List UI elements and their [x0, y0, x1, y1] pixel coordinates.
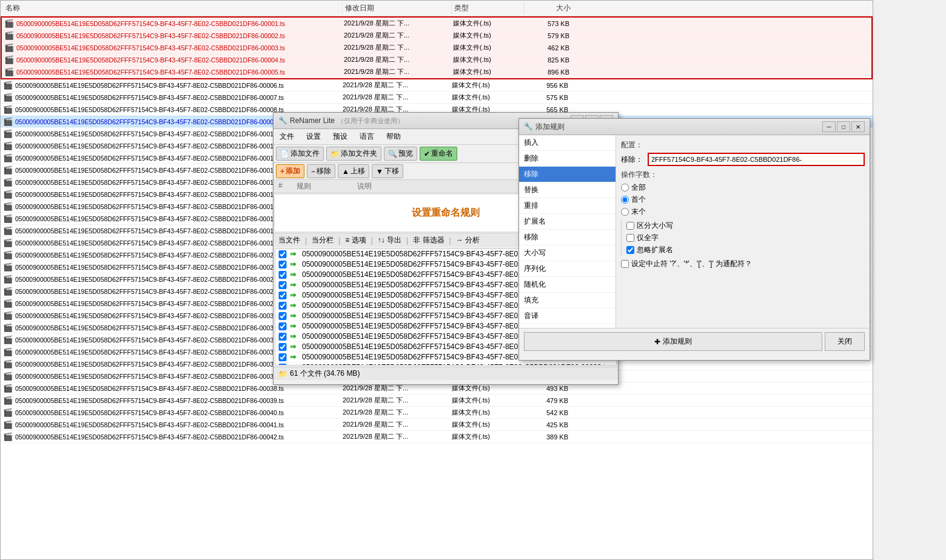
file-name-text: 05000900005BE514E19E5D058D62FFF57154C9-B…: [16, 68, 285, 76]
file-name-text: 05000900005BE514E19E5D058D62FFF57154C9-B…: [15, 179, 284, 186]
menu-file[interactable]: 文件: [276, 130, 298, 143]
table-row[interactable]: 🎬05000900005BE514E19E5D058D62FFF57154C9-…: [1, 431, 873, 443]
menu-language[interactable]: 语言: [356, 130, 378, 143]
list-item[interactable]: ⇒05000900005BE514E19E5D058D62FFF57154C9-…: [275, 362, 616, 365]
move-down-button[interactable]: ▼ 下移: [372, 164, 403, 178]
menu-help[interactable]: 帮助: [383, 130, 404, 143]
file-icon: 🎬: [3, 190, 13, 199]
col-size: 大小: [525, 2, 573, 15]
add-folder-button[interactable]: 📁 添加文件夹: [326, 147, 381, 161]
arrow-icon: ⇒: [290, 270, 300, 279]
tab-options[interactable]: ≡ 选项: [343, 235, 368, 246]
table-row[interactable]: 🎬05000900005BE514E19E5D058D62FFF57154C9-…: [2, 18, 871, 30]
file-checkbox[interactable]: [278, 281, 287, 289]
file-icon: 🎬: [3, 202, 13, 212]
checkbox-case[interactable]: [626, 222, 634, 230]
move-up-button[interactable]: ▲ 上移: [338, 164, 369, 178]
add-rule-btn-label: 添加规则: [663, 336, 692, 347]
file-name-cell: 🎬05000900005BE514E19E5D058D62FFF57154C9-…: [2, 43, 341, 53]
rule-list-item[interactable]: 移除: [519, 230, 616, 245]
file-checkbox[interactable]: [278, 292, 287, 299]
file-icon: 🎬: [3, 153, 13, 163]
remove-rule-button[interactable]: − 移除: [307, 164, 335, 178]
rule-list-item[interactable]: 插入: [519, 135, 616, 151]
file-type-cell: 媒体文件(.ts): [451, 67, 523, 76]
rule-list-item[interactable]: 移除: [519, 167, 616, 182]
file-checkbox[interactable]: [278, 322, 287, 330]
tab-filter[interactable]: 非 筛选器: [411, 235, 446, 246]
add-files-button[interactable]: 📄 添加文件: [276, 147, 324, 161]
table-row[interactable]: 🎬05000900005BE514E19E5D058D62FFF57154C9-…: [2, 30, 871, 42]
file-checkbox[interactable]: [278, 271, 287, 279]
preview-label: 预览: [398, 148, 413, 159]
checkbox-whole[interactable]: [626, 234, 634, 242]
tab-current-file[interactable]: 当文件: [276, 235, 303, 246]
table-row[interactable]: 🎬05000900005BE514E19E5D058D62FFF57154C9-…: [2, 54, 871, 66]
add-rules-close-button[interactable]: ✕: [851, 121, 865, 132]
table-row[interactable]: 🎬05000900005BE514E19E5D058D62FFF57154C9-…: [2, 42, 871, 54]
rule-list-item[interactable]: 替换: [519, 182, 616, 198]
rule-list-item[interactable]: 大小写: [519, 245, 616, 261]
rule-list-item[interactable]: 扩展名: [519, 214, 616, 230]
add-rules-minimize-button[interactable]: ─: [822, 121, 836, 132]
table-row[interactable]: 🎬05000900005BE514E19E5D058D62FFF57154C9-…: [1, 92, 873, 104]
remove-input[interactable]: [648, 153, 865, 166]
radio-last-input[interactable]: [621, 208, 629, 216]
file-name-text: 05000900005BE514E19E5D058D62FFF57154C9-B…: [15, 385, 284, 392]
table-row[interactable]: 🎬05000900005BE514E19E5D058D62FFF57154C9-…: [1, 79, 873, 92]
tab-analyze[interactable]: → 分析: [454, 235, 482, 246]
file-checkbox[interactable]: [278, 302, 287, 310]
file-checkbox[interactable]: [278, 261, 287, 268]
add-rules-footer: ✚ 添加规则 关闭: [519, 328, 870, 355]
rule-list-item[interactable]: 音译: [519, 308, 616, 324]
menu-presets[interactable]: 预设: [329, 130, 351, 143]
file-type-cell: 媒体文件(.ts): [451, 19, 523, 28]
rule-list-item[interactable]: 填充: [519, 293, 616, 308]
add-rules-icon: 🔧: [524, 122, 533, 131]
file-checkbox[interactable]: [278, 343, 287, 351]
close-dialog-button[interactable]: 关闭: [825, 332, 865, 351]
file-checkbox[interactable]: [278, 250, 287, 258]
rule-list-item[interactable]: 删除: [519, 151, 616, 167]
table-row[interactable]: 🎬05000900005BE514E19E5D058D62FFF57154C9-…: [1, 419, 873, 431]
file-type-cell: 媒体文件(.ts): [449, 408, 522, 417]
file-name-text: 05000900005BE514E19E5D058D62FFF57154C9-B…: [15, 82, 284, 89]
add-rule-toolbar-button[interactable]: + 添加: [276, 164, 304, 178]
radio-last: 末个: [621, 207, 865, 217]
file-size-cell: 493 KB: [522, 385, 571, 392]
menu-settings[interactable]: 设置: [303, 130, 324, 143]
red-border-group: 🎬05000900005BE514E19E5D058D62FFF57154C9-…: [1, 16, 873, 79]
rename-button[interactable]: ✔ 重命名: [420, 147, 457, 161]
file-name-cell: 🎬05000900005BE514E19E5D058D62FFF57154C9-…: [2, 55, 341, 65]
rule-list-item[interactable]: 重排: [519, 198, 616, 214]
radio-all-label: 全部: [631, 182, 646, 193]
file-icon: 🎬: [4, 67, 14, 77]
rule-list-item[interactable]: 随机化: [519, 277, 616, 293]
checkbox-ext[interactable]: [626, 246, 634, 254]
file-checkbox[interactable]: [278, 364, 287, 366]
radio-all-input[interactable]: [621, 184, 629, 192]
arrow-icon: ⇒: [290, 281, 300, 289]
tab-columns[interactable]: 当分栏: [309, 235, 336, 246]
radio-first: 首个: [621, 195, 865, 205]
rule-list-item[interactable]: 日期格式转换: [519, 324, 616, 328]
file-name-text: 05000900005BE514E19E5D058D62FFF57154C9-B…: [15, 167, 284, 174]
down-icon: ▼: [376, 167, 383, 176]
rule-list-item[interactable]: 序列化: [519, 261, 616, 277]
file-icon: 🎬: [3, 420, 13, 430]
table-row[interactable]: 🎬05000900005BE514E19E5D058D62FFF57154C9-…: [1, 407, 873, 419]
table-row[interactable]: 🎬05000900005BE514E19E5D058D62FFF57154C9-…: [1, 395, 873, 407]
file-checkbox[interactable]: [278, 333, 287, 341]
add-rules-maximize-button[interactable]: □: [837, 121, 850, 132]
add-rule-confirm-button[interactable]: ✚ 添加规则: [524, 332, 822, 351]
file-checkbox[interactable]: [278, 353, 287, 361]
file-size-cell: 389 KB: [522, 433, 571, 441]
tab-export[interactable]: ↑↓ 导出: [375, 235, 404, 246]
radio-first-input[interactable]: [621, 196, 629, 204]
table-row[interactable]: 🎬05000900005BE514E19E5D058D62FFF57154C9-…: [2, 66, 871, 78]
wildcard-checkbox[interactable]: [621, 260, 629, 268]
file-checkbox[interactable]: [278, 312, 287, 320]
file-name-text: 05000900005BE514E19E5D058D62FFF57154C9-B…: [15, 264, 284, 271]
file-icon: 🎬: [4, 55, 14, 65]
preview-button[interactable]: 🔍 预览: [384, 147, 417, 161]
